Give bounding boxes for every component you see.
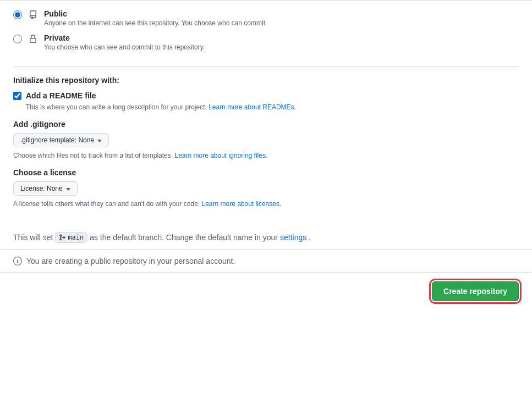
- private-icon: [29, 34, 37, 43]
- license-title: Choose a license: [13, 168, 519, 177]
- readme-label: Add a README file: [26, 91, 96, 100]
- branch-settings-link[interactable]: settings: [280, 233, 306, 242]
- init-section: Initialize this repository with: Add a R…: [0, 67, 532, 225]
- readme-learn-more-link[interactable]: Learn more about READMEs.: [209, 103, 296, 111]
- private-option: Private You choose who can see and commi…: [13, 34, 519, 51]
- license-description: A license tells others what they can and…: [13, 200, 519, 208]
- readme-checkbox[interactable]: [13, 92, 21, 100]
- gitignore-description: Choose which files not to track from a l…: [13, 152, 519, 159]
- private-radio[interactable]: [13, 35, 22, 43]
- gitignore-dropdown-label: .gitignore template: None: [20, 136, 94, 144]
- license-subsection: Choose a license License: None A license…: [13, 168, 519, 208]
- public-text: Public Anyone on the internet can see th…: [44, 9, 267, 27]
- gitignore-dropdown[interactable]: .gitignore template: None: [13, 133, 109, 147]
- public-icon: [29, 10, 37, 19]
- public-label: Public: [44, 9, 267, 18]
- branch-text-middle: as the default branch. Change the defaul…: [90, 233, 278, 242]
- license-dropdown[interactable]: License: None: [13, 181, 78, 196]
- branch-info: This will set main as the default branch…: [0, 225, 532, 249]
- branch-badge: main: [55, 232, 87, 243]
- license-dropdown-label: License: None: [20, 185, 63, 192]
- branch-text-suffix: .: [309, 233, 311, 242]
- gitignore-title: Add .gitignore: [13, 120, 519, 129]
- private-label: Private: [44, 34, 205, 42]
- private-text: Private You choose who can see and commi…: [44, 34, 205, 51]
- license-learn-more-link[interactable]: Learn more about licenses.: [202, 200, 282, 208]
- readme-description: This is where you can write a long descr…: [26, 103, 519, 111]
- private-description: You choose who can see and commit to thi…: [44, 43, 205, 51]
- visibility-section: Public Anyone on the internet can see th…: [0, 1, 532, 66]
- public-option: Public Anyone on the internet can see th…: [13, 9, 519, 27]
- footer-section: Create repository: [0, 273, 532, 310]
- init-title: Initialize this repository with:: [13, 76, 519, 85]
- branch-text-prefix: This will set: [13, 233, 53, 242]
- readme-checkbox-row: Add a README file: [13, 91, 519, 100]
- gitignore-caret-icon: [97, 140, 102, 142]
- create-repository-button[interactable]: Create repository: [432, 281, 519, 301]
- gitignore-learn-more-link[interactable]: Learn more about ignoring files.: [174, 152, 267, 159]
- public-radio[interactable]: [13, 10, 22, 19]
- public-notice: i You are creating a public repository i…: [13, 257, 519, 265]
- info-circle-icon: i: [13, 257, 22, 265]
- notice-text: You are creating a public repository in …: [26, 257, 235, 265]
- public-notice-section: i You are creating a public repository i…: [0, 249, 532, 273]
- page-container: Public Anyone on the internet can see th…: [0, 0, 532, 310]
- public-description: Anyone on the internet can see this repo…: [44, 19, 267, 27]
- license-caret-icon: [66, 188, 70, 191]
- branch-name: main: [68, 234, 84, 241]
- gitignore-subsection: Add .gitignore .gitignore template: None…: [13, 120, 519, 159]
